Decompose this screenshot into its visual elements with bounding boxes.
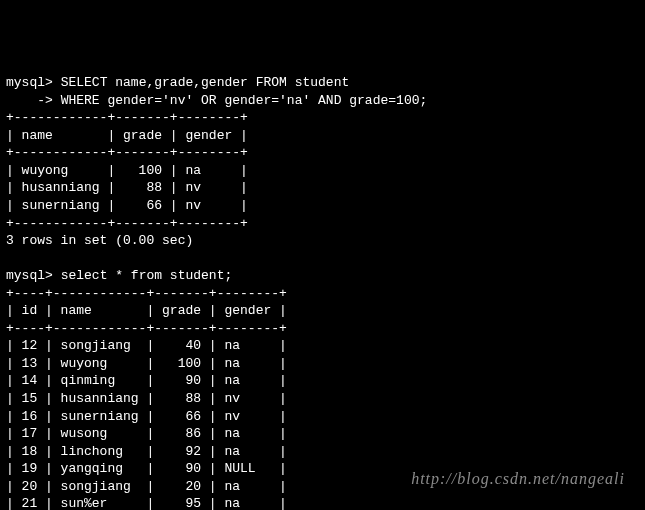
table-row: | 13 | wuyong | 100 | na | <box>6 356 287 371</box>
table-border: +----+------------+-------+--------+ <box>6 321 287 336</box>
sql-query-line: WHERE gender='nv' OR gender='na' AND gra… <box>61 93 428 108</box>
table-border: +----+------------+-------+--------+ <box>6 286 287 301</box>
table-header: | id | name | grade | gender | <box>6 303 287 318</box>
mysql-prompt: mysql> <box>6 268 53 283</box>
sql-query-line: select * from student; <box>61 268 233 283</box>
table-row: | 20 | songjiang | 20 | na | <box>6 479 287 494</box>
table-border: +------------+-------+--------+ <box>6 145 248 160</box>
table-row: | wuyong | 100 | na | <box>6 163 248 178</box>
terminal-output: mysql> SELECT name,grade,gender FROM stu… <box>6 74 639 510</box>
mysql-prompt: mysql> <box>6 75 53 90</box>
table-row: | sunerniang | 66 | nv | <box>6 198 248 213</box>
table-row: | 14 | qinming | 90 | na | <box>6 373 287 388</box>
table-row: | 18 | linchong | 92 | na | <box>6 444 287 459</box>
table-row: | husanniang | 88 | nv | <box>6 180 248 195</box>
table-row: | 16 | sunerniang | 66 | nv | <box>6 409 287 424</box>
watermark-text: http://blog.csdn.net/nangeali <box>411 468 625 490</box>
table-row: | 19 | yangqing | 90 | NULL | <box>6 461 287 476</box>
table-row: | 17 | wusong | 86 | na | <box>6 426 287 441</box>
table-border: +------------+-------+--------+ <box>6 110 248 125</box>
mysql-continuation-prompt: -> <box>6 93 53 108</box>
table-row: | 12 | songjiang | 40 | na | <box>6 338 287 353</box>
table-border: +------------+-------+--------+ <box>6 216 248 231</box>
table-row: | 21 | sun%er | 95 | na | <box>6 496 287 510</box>
status-line: 3 rows in set (0.00 sec) <box>6 233 193 248</box>
table-header: | name | grade | gender | <box>6 128 248 143</box>
sql-query-line: SELECT name,grade,gender FROM student <box>61 75 350 90</box>
table-row: | 15 | husanniang | 88 | nv | <box>6 391 287 406</box>
